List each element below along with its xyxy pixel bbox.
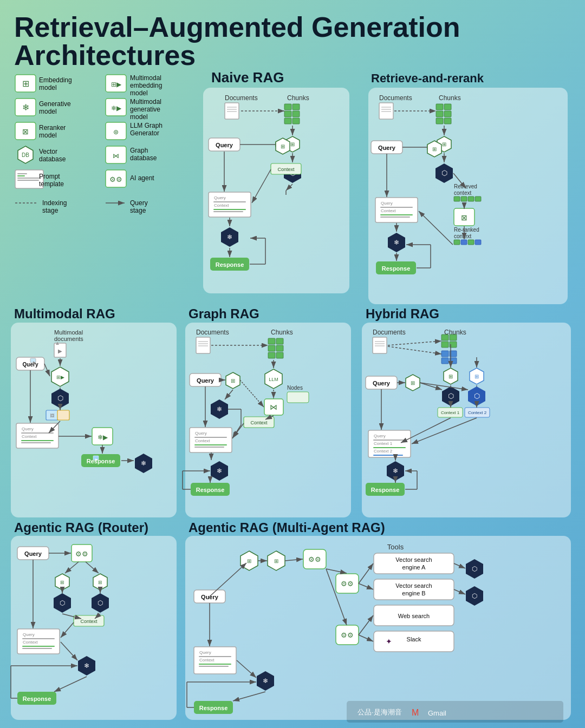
svg-text:Web search: Web search — [398, 613, 430, 619]
svg-text:⚙⚙: ⚙⚙ — [109, 175, 122, 183]
svg-text:Documents: Documents — [196, 329, 229, 336]
svg-text:⊞: ⊞ — [442, 141, 446, 147]
svg-text:❄: ❄ — [22, 103, 29, 112]
svg-text:Nodes: Nodes — [287, 385, 303, 391]
svg-rect-139 — [461, 240, 467, 245]
naive-rag-title: Naive RAG — [211, 69, 284, 86]
svg-rect-188 — [21, 442, 51, 443]
svg-text:M: M — [412, 708, 419, 717]
svg-text:Graph: Graph — [130, 147, 148, 154]
svg-text:❄: ❄ — [141, 460, 146, 467]
svg-text:AI agent: AI agent — [130, 174, 154, 182]
svg-rect-347 — [22, 648, 52, 649]
svg-text:stage: stage — [42, 207, 58, 214]
svg-rect-111 — [436, 111, 443, 117]
svg-text:Vector search: Vector search — [395, 582, 432, 589]
svg-text:Query: Query — [201, 594, 219, 600]
svg-text:model: model — [39, 84, 57, 91]
svg-rect-112 — [444, 111, 451, 117]
svg-text:Context 2: Context 2 — [374, 449, 393, 454]
svg-rect-161 — [11, 323, 177, 517]
svg-text:Agentic RAG (Multi-Agent RAG): Agentic RAG (Multi-Agent RAG) — [188, 520, 385, 535]
svg-text:❄: ❄ — [394, 239, 399, 246]
svg-text:⊠: ⊠ — [22, 127, 29, 136]
svg-text:🖼: 🖼 — [50, 414, 54, 418]
svg-text:Query: Query — [199, 650, 211, 655]
svg-rect-224 — [287, 392, 309, 403]
svg-text:Multimodal: Multimodal — [130, 74, 161, 82]
svg-text:Context: Context — [22, 434, 37, 439]
svg-rect-131 — [475, 196, 481, 201]
svg-text:❄: ❄ — [227, 233, 232, 241]
svg-text:❄▶: ❄▶ — [111, 104, 122, 112]
title-line1: Retrieval–Augmented Generation — [14, 11, 460, 43]
svg-text:Context 1: Context 1 — [374, 441, 393, 446]
main-diagram: Retrieval–Augmented Generation Architect… — [0, 0, 585, 728]
svg-rect-129 — [461, 196, 467, 201]
svg-text:Context: Context — [195, 438, 210, 443]
svg-text:Multimodal: Multimodal — [54, 329, 83, 336]
svg-text:Query: Query — [214, 195, 226, 200]
svg-rect-211 — [268, 338, 275, 344]
svg-rect-65 — [292, 111, 300, 117]
svg-rect-187 — [21, 440, 54, 441]
svg-rect-67 — [292, 118, 300, 124]
svg-text:model: model — [39, 132, 57, 139]
svg-text:⚙⚙: ⚙⚙ — [341, 580, 354, 588]
svg-text:Graph RAG: Graph RAG — [188, 306, 259, 321]
svg-text:Query: Query — [195, 431, 207, 436]
svg-text:Documents: Documents — [379, 94, 412, 102]
svg-text:Context 1: Context 1 — [441, 410, 460, 415]
svg-rect-147 — [380, 214, 413, 215]
svg-text:Chunks: Chunks — [439, 94, 461, 102]
svg-text:⊞▶: ⊞▶ — [111, 81, 122, 88]
svg-text:Response: Response — [23, 696, 51, 702]
svg-text:Retrieve-and-rerank: Retrieve-and-rerank — [371, 71, 484, 85]
svg-text:engine B: engine B — [402, 590, 425, 596]
svg-rect-113 — [436, 118, 443, 124]
svg-rect-306 — [373, 455, 403, 456]
svg-text:⬡: ⬡ — [60, 599, 65, 607]
svg-rect-242 — [194, 447, 224, 448]
svg-text:⋈: ⋈ — [270, 403, 277, 411]
svg-text:Query: Query — [130, 199, 148, 207]
svg-text:⋈: ⋈ — [113, 152, 119, 160]
svg-rect-216 — [276, 352, 283, 358]
svg-text:documents: documents — [54, 336, 83, 342]
svg-rect-114 — [444, 118, 451, 124]
svg-text:context: context — [454, 190, 471, 196]
svg-rect-405 — [199, 666, 229, 667]
svg-rect-213 — [268, 345, 275, 351]
svg-rect-145 — [380, 207, 413, 208]
svg-text:LLM: LLM — [269, 377, 278, 382]
svg-text:⊞: ⊞ — [290, 141, 295, 147]
svg-text:model: model — [39, 108, 57, 115]
svg-text:Query: Query — [23, 632, 35, 637]
svg-text:⊛: ⊛ — [113, 128, 119, 136]
svg-rect-302 — [373, 440, 406, 441]
svg-text:⊞: ⊞ — [22, 79, 29, 88]
svg-text:公品·是海潮音: 公品·是海潮音 — [358, 708, 402, 716]
svg-rect-57 — [225, 103, 239, 119]
svg-text:Embedding: Embedding — [39, 76, 72, 84]
svg-text:Context 2: Context 2 — [468, 410, 487, 415]
svg-text:❄: ❄ — [263, 677, 268, 685]
svg-text:Context: Context — [80, 619, 98, 624]
svg-text:⬡: ⬡ — [472, 592, 477, 600]
svg-text:embedding: embedding — [130, 82, 162, 89]
svg-rect-128 — [454, 196, 460, 201]
svg-rect-110 — [444, 104, 451, 110]
svg-rect-404 — [199, 664, 231, 665]
svg-text:Response: Response — [382, 265, 411, 272]
svg-text:⊞: ⊞ — [274, 558, 278, 564]
svg-rect-402 — [199, 656, 231, 657]
svg-text:⊞: ⊞ — [411, 380, 415, 386]
svg-text:Tools: Tools — [387, 543, 404, 551]
svg-text:model: model — [130, 113, 148, 121]
svg-text:❄: ❄ — [217, 467, 222, 475]
svg-text:Reranker: Reranker — [39, 124, 66, 132]
title-line2: Architectures — [14, 40, 196, 71]
svg-text:Prompt: Prompt — [39, 173, 60, 180]
svg-text:Query: Query — [216, 142, 233, 148]
svg-text:Generative: Generative — [39, 100, 71, 108]
